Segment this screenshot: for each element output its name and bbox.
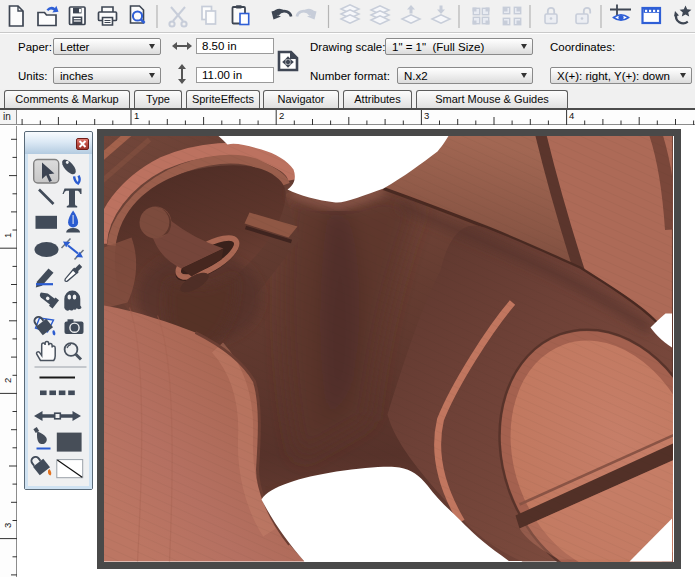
svg-text:4: 4	[569, 110, 574, 121]
svg-text:2: 2	[2, 378, 13, 383]
svg-text:2: 2	[279, 110, 284, 121]
svg-text:1: 1	[2, 233, 13, 238]
svg-text:3: 3	[2, 523, 13, 528]
svg-text:3: 3	[424, 110, 429, 121]
svg-text:1: 1	[134, 110, 139, 121]
